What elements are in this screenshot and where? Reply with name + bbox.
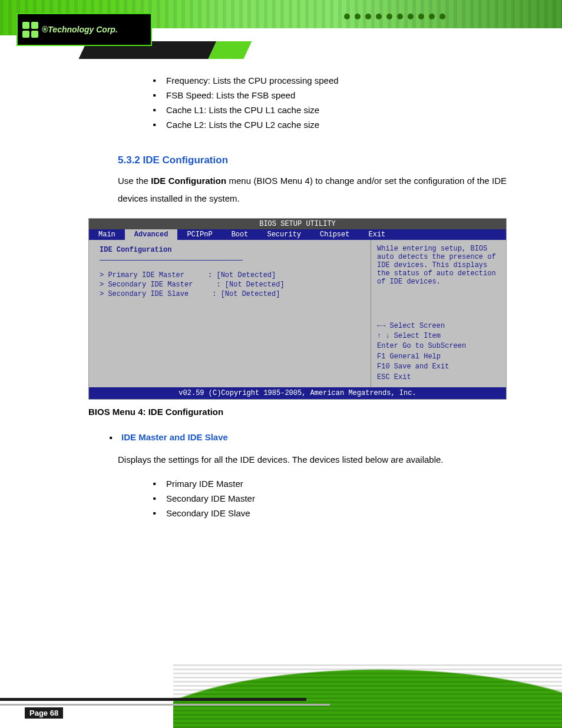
header-banner: ®Technology Corp. <box>0 0 562 59</box>
list-item: Secondary IDE Slave <box>153 508 507 518</box>
bios-caption: BIOS Menu 4: IDE Configuration <box>88 407 507 417</box>
bios-key-row: F1 General Help <box>377 352 501 362</box>
bios-screenshot: BIOS SETUP UTILITY Main Advanced PCIPnP … <box>88 218 507 400</box>
bios-help-text: While entering setup, BIOS auto detects … <box>377 245 501 286</box>
bios-key-row: ←→ Select Screen <box>377 321 501 331</box>
ide-master-heading-text: IDE Master and IDE Slave <box>121 432 228 442</box>
intro-pre: Use the <box>118 176 151 186</box>
bios-tab-chipset: Chipset <box>310 229 359 240</box>
bios-body: IDE Configuration ——————————————————————… <box>89 240 506 387</box>
bios-footer: v02.59 (C)Copyright 1985-2005, American … <box>89 387 506 399</box>
bios-titlebar: BIOS SETUP UTILITY <box>89 219 506 229</box>
footer-page: Page 68 <box>25 709 69 717</box>
bios-left-pane: IDE Configuration ——————————————————————… <box>89 240 371 387</box>
bios-item-value: : [Not Detected] <box>208 271 276 279</box>
bios-tab-boot: Boot <box>222 229 258 240</box>
page-number: Page 68 <box>25 707 63 719</box>
cpu-info-list: Frequency: Lists the CPU processing spee… <box>153 75 507 130</box>
list-item: Primary IDE Master <box>153 479 507 489</box>
footer-curve <box>173 663 562 728</box>
page-content: Frequency: Lists the CPU processing spee… <box>118 71 507 523</box>
bios-key-legend: ←→ Select Screen ↑ ↓ Select Item Enter G… <box>377 321 501 383</box>
bios-item-label: > Primary IDE Master <box>100 271 184 279</box>
bios-section-heading: IDE Configuration <box>100 246 366 254</box>
bios-tabs: Main Advanced PCIPnP Boot Security Chips… <box>89 229 506 240</box>
bios-key-row: F10 Save and Exit <box>377 362 501 372</box>
footer-line-2 <box>0 704 330 706</box>
list-item: Cache L2: Lists the CPU L2 cache size <box>153 120 507 130</box>
bios-item: > Secondary IDE Master: [Not Detected] <box>100 280 366 289</box>
bios-tab-exit: Exit <box>359 229 395 240</box>
ide-master-desc: Displays the settings for all the IDE de… <box>118 454 507 465</box>
footer-banner: Page 68 <box>0 663 562 728</box>
bios-tab-pcipnp: PCIPnP <box>177 229 222 240</box>
intro-bold: IDE Configuration <box>151 176 226 186</box>
list-item: Frequency: Lists the CPU processing spee… <box>153 75 507 85</box>
header-dots <box>344 6 550 27</box>
list-item: FSB Speed: Lists the FSB speed <box>153 90 507 100</box>
logo-text: ®Technology Corp. <box>42 25 118 34</box>
logo-icon <box>22 22 38 38</box>
bios-item: > Secondary IDE Slave: [Not Detected] <box>100 289 366 299</box>
section-intro: Use the IDE Configuration menu (BIOS Men… <box>118 172 507 207</box>
bios-item-value: : [Not Detected] <box>212 290 280 298</box>
bios-tab-security: Security <box>257 229 310 240</box>
bios-key-row: ↑ ↓ Select Item <box>377 331 501 341</box>
section-heading: 5.3.2 IDE Configuration <box>118 154 507 166</box>
bios-key-row: ESC Exit <box>377 373 501 383</box>
bios-item-label: > Secondary IDE Master <box>100 281 193 289</box>
list-item: Secondary IDE Master <box>153 493 507 503</box>
list-item: Cache L1: Lists the CPU L1 cache size <box>153 105 507 115</box>
bios-tab-main: Main <box>89 229 125 240</box>
ide-device-list: Primary IDE Master Secondary IDE Master … <box>153 479 507 518</box>
ide-master-heading: IDE Master and IDE Slave <box>121 432 507 443</box>
bios-divider: ——————————————————————————————————————— <box>100 256 366 265</box>
bios-tab-advanced: Advanced <box>125 229 178 240</box>
bios-item: > Primary IDE Master: [Not Detected] <box>100 271 366 280</box>
bios-right-pane: While entering setup, BIOS auto detects … <box>371 240 506 387</box>
bios-item-label: > Secondary IDE Slave <box>100 290 189 298</box>
logo: ®Technology Corp. <box>16 13 152 46</box>
footer-line <box>0 698 306 701</box>
bios-item-value: : [Not Detected] <box>216 281 284 289</box>
bios-key-row: Enter Go to SubScreen <box>377 341 501 351</box>
